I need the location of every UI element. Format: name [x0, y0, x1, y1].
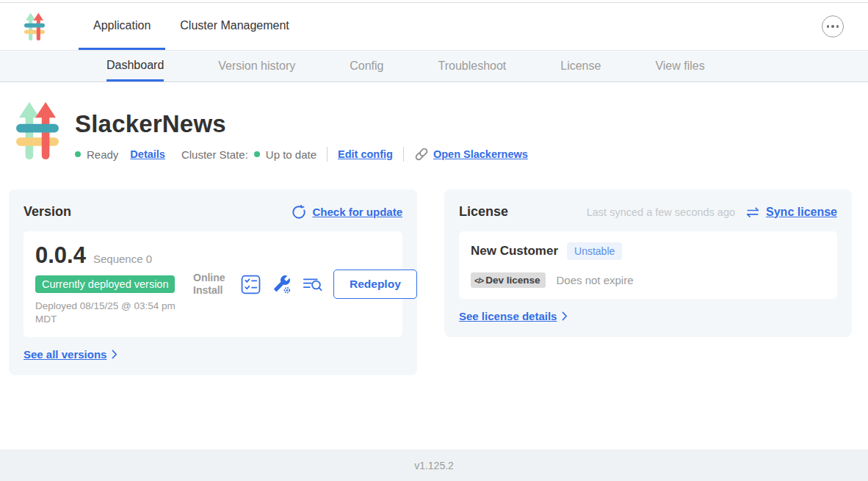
subnav-dashboard[interactable]: Dashboard — [106, 51, 164, 82]
subnav-config-label: Config — [350, 59, 383, 73]
subnav-version-history[interactable]: Version history — [218, 51, 295, 82]
tab-cluster-management[interactable]: Cluster Management — [165, 3, 304, 50]
license-expiry-text: Does not expire — [556, 274, 633, 286]
details-link[interactable]: Details — [130, 148, 165, 160]
customer-name: New Customer — [471, 244, 558, 258]
app-status-dot-icon — [75, 151, 81, 157]
subnav-view-files[interactable]: View files — [655, 51, 704, 82]
app-subnav: Dashboard Version history Config Trouble… — [0, 51, 868, 82]
app-status-text: Ready — [87, 148, 118, 161]
preflight-checks-icon[interactable] — [241, 275, 261, 294]
header-tabs: Application Cluster Management — [79, 3, 304, 50]
app-title-section: SlackerNews Ready Details Cluster State:… — [0, 82, 868, 162]
license-details-panel: New Customer Unstable </> Dev license Do… — [459, 231, 837, 299]
ellipsis-icon — [831, 25, 834, 28]
deployed-badge: Currently deployed version — [35, 275, 175, 293]
tab-cluster-management-label: Cluster Management — [180, 19, 289, 32]
tab-application[interactable]: Application — [79, 3, 165, 50]
code-icon: </> — [474, 276, 483, 285]
license-card-title: License — [459, 204, 508, 220]
subnav-dashboard-label: Dashboard — [106, 59, 164, 72]
subnav-view-files-label: View files — [655, 59, 704, 73]
app-footer: v1.125.2 — [0, 449, 868, 481]
chevron-right-icon — [562, 311, 568, 321]
current-version-panel: 0.0.4 Sequence 0 Currently deployed vers… — [23, 231, 402, 337]
open-app-link[interactable]: Open Slackernews — [433, 148, 528, 160]
sync-license-link[interactable]: Sync license — [766, 206, 837, 219]
console-version: v1.125.2 — [414, 460, 454, 471]
sequence-label: Sequence 0 — [93, 253, 152, 265]
view-logs-icon[interactable] — [303, 275, 322, 294]
deployed-timestamp: Deployed 08/15/25 @ 03:54 pm MDT — [35, 300, 193, 326]
version-number: 0.0.4 — [35, 242, 86, 269]
channel-badge: Unstable — [567, 242, 622, 260]
subnav-version-history-label: Version history — [218, 59, 295, 73]
chevron-right-icon — [112, 350, 117, 359]
divider — [327, 147, 328, 162]
license-type-badge: </> Dev license — [471, 272, 546, 288]
license-card: License Last synced a few seconds ago Sy… — [444, 189, 852, 337]
license-type-label: Dev license — [485, 275, 540, 286]
cluster-state-label: Cluster State: — [181, 148, 248, 161]
subnav-troubleshoot-label: Troubleshoot — [438, 59, 506, 73]
subnav-license-label: License — [560, 59, 601, 73]
see-license-details-link[interactable]: See license details — [459, 310, 557, 322]
chain-link-icon — [414, 147, 429, 162]
refresh-icon — [292, 205, 306, 220]
ellipsis-icon — [836, 25, 839, 28]
page-title: SlackerNews — [75, 110, 528, 138]
sync-arrows-icon — [745, 206, 760, 219]
subnav-troubleshoot[interactable]: Troubleshoot — [438, 51, 506, 82]
cluster-state-value: Up to date — [266, 148, 317, 161]
version-card: Version Check for update 0.0.4 Sequence … — [9, 189, 417, 375]
last-synced-text: Last synced a few seconds ago — [587, 206, 735, 218]
install-type-label: Online Install — [193, 272, 230, 297]
app-status-row: Ready Details Cluster State: Up to date … — [75, 147, 528, 162]
dashboard-cards: Version Check for update 0.0.4 Sequence … — [9, 189, 852, 375]
edit-config-link[interactable]: Edit config — [338, 148, 393, 160]
ellipsis-icon — [827, 25, 830, 28]
see-all-versions-link[interactable]: See all versions — [23, 348, 106, 361]
subnav-license[interactable]: License — [560, 51, 601, 82]
redeploy-button[interactable]: Redeploy — [333, 270, 417, 299]
slackernews-app-logo — [16, 101, 59, 161]
cluster-state-dot-icon — [254, 151, 260, 157]
slackernews-logo-icon — [24, 12, 45, 41]
check-for-update-link[interactable]: Check for update — [312, 206, 402, 218]
app-header-bar: Application Cluster Management — [0, 3, 868, 51]
overflow-menu-button[interactable] — [822, 15, 844, 37]
subnav-config[interactable]: Config — [350, 51, 383, 82]
divider — [403, 147, 404, 162]
config-wrench-icon[interactable] — [272, 275, 292, 294]
version-card-title: Version — [23, 204, 71, 220]
tab-application-label: Application — [93, 19, 151, 32]
